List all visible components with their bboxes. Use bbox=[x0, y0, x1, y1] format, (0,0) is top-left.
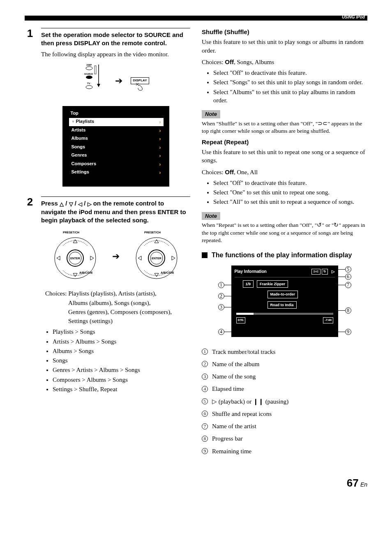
list-item: Artists > Albums > Songs bbox=[53, 337, 190, 346]
repeat-all-icon: ↻ bbox=[334, 222, 339, 228]
left-triangle-icon: ◁ bbox=[78, 201, 82, 208]
choices-line: Genres (genres), Composers (composers), bbox=[68, 308, 190, 316]
two-column-layout: 1 Set the operation mode selector to SOU… bbox=[25, 28, 367, 459]
artist-name: Frankie Zipper bbox=[257, 280, 288, 288]
choices-line: Albums (albums), Songs (songs), bbox=[68, 299, 190, 307]
list-item: Albums > Songs bbox=[53, 347, 190, 355]
step-1: 1 Set the operation mode selector to SOU… bbox=[25, 28, 190, 191]
menu-item: Genres› bbox=[69, 152, 164, 160]
step-2-title: Press △ / ▽ / ◁ / ▷ on the remote contro… bbox=[41, 199, 190, 224]
callout-4: 4 bbox=[218, 329, 224, 335]
legend-item: 4Elapsed time bbox=[202, 385, 367, 393]
svg-text:TV: TV bbox=[87, 82, 90, 85]
repeat-status-icon: ↻ bbox=[322, 269, 328, 275]
step-2-number: 2 bbox=[25, 196, 35, 396]
svg-rect-8 bbox=[95, 66, 96, 74]
legend-item: 9Remaining time bbox=[202, 447, 367, 455]
list-item: Select "All" to set this unit to repeat … bbox=[213, 198, 367, 206]
right-column: Shuffle (Shuffle) Use this feature to se… bbox=[202, 28, 367, 459]
play-info-title: Play Information bbox=[235, 269, 267, 275]
svg-text:ENTER: ENTER bbox=[70, 257, 80, 260]
callout-9: 9 bbox=[345, 329, 351, 335]
list-item: Select "Off" to deactivate this feature. bbox=[213, 69, 367, 77]
album-name: Made-to-order bbox=[267, 291, 298, 298]
play-info-screen: Play Information ⊃⊂ ↻ ▷ 1/9 Frankie Zipp… bbox=[231, 265, 338, 337]
square-bullet-icon bbox=[202, 252, 208, 258]
page-number: 67 bbox=[347, 477, 359, 489]
up-triangle-icon: △ bbox=[60, 201, 64, 208]
choices-line: Settings (settings) bbox=[68, 317, 190, 325]
down-triangle-icon: ▽ bbox=[69, 201, 73, 208]
list-item: Playlists > Songs bbox=[53, 328, 190, 336]
list-item: Select "Songs" to set this unit to play … bbox=[213, 78, 367, 86]
shuffle-choices: Choices: Off, Songs, Albums bbox=[202, 58, 367, 66]
legend-item: 2Name of the album bbox=[202, 360, 367, 368]
svg-text:AMP: AMP bbox=[86, 64, 92, 66]
right-triangle-icon: ▷ bbox=[88, 201, 92, 208]
callout-8: 8 bbox=[345, 307, 351, 314]
menu-item: Songs› bbox=[69, 143, 164, 152]
legend-item: 5▷ (playback) or ❙❙ (pausing) bbox=[202, 397, 367, 406]
menu-title: Top bbox=[71, 110, 164, 116]
callout-6: 6 bbox=[345, 274, 351, 280]
repeat-intro: Use this feature to set this unit to rep… bbox=[202, 148, 367, 165]
play-info-diagram: Play Information ⊃⊂ ↻ ▷ 1/9 Frankie Zipp… bbox=[215, 264, 355, 342]
note-label: Note bbox=[202, 110, 220, 118]
svg-marker-7 bbox=[97, 84, 100, 87]
repeat-bullets: Select "Off" to deactivate this feature.… bbox=[213, 179, 367, 206]
page-footer: 67 En bbox=[25, 476, 367, 490]
ipod-menu-display: Top ▼Playlists›Artists›Albums›Songs›Genr… bbox=[62, 106, 169, 187]
svg-point-5 bbox=[86, 85, 92, 89]
shuffle-status-icon: ⊃⊂ bbox=[311, 269, 321, 275]
note-label: Note bbox=[202, 212, 220, 220]
callout-5: 5 bbox=[345, 266, 351, 272]
remote-dpad-right-icon: PRESET/CH ENTER A/B/C/D/E bbox=[126, 229, 187, 283]
repeat-one-icon: ↺ bbox=[317, 222, 322, 228]
play-info-legend: 1Track number/total tracks2Name of the a… bbox=[202, 348, 367, 455]
list-item: Songs bbox=[53, 356, 190, 365]
selector-diagram: AMP SOURCE TV ➔ DISPLAY bbox=[41, 62, 190, 99]
svg-text:SOURCE: SOURCE bbox=[84, 73, 93, 75]
svg-text:PRESET/CH: PRESET/CH bbox=[63, 231, 79, 234]
remote-diagram-row: PRESET/CH ENTER A/B/C/D/E ➔ bbox=[41, 229, 190, 283]
step-1-number: 1 bbox=[25, 28, 35, 191]
list-item: Select "One" to set this unit to repeat … bbox=[213, 188, 367, 196]
arrow-icon: ➔ bbox=[112, 250, 120, 263]
list-item: Genres > Artists > Albums > Songs bbox=[53, 366, 190, 374]
list-item: Select "Off" to deactivate this feature. bbox=[213, 179, 367, 187]
step-2-choices: Choices: Playlists (playlists), Artists … bbox=[45, 289, 190, 325]
svg-point-3 bbox=[86, 76, 92, 79]
menu-item: ▼Playlists› bbox=[69, 118, 164, 127]
legend-item: 3Name of the song bbox=[202, 372, 367, 381]
play-status-icon: ▷ bbox=[332, 269, 335, 275]
step-2: 2 Press △ / ▽ / ◁ / ▷ on the remote cont… bbox=[25, 196, 190, 396]
list-item: Settings > Shuffle, Repeat bbox=[53, 385, 190, 393]
header-black-bar bbox=[25, 16, 367, 21]
callout-7: 7 bbox=[345, 282, 351, 288]
shuffle-heading: Shuffle (Shuffle) bbox=[202, 28, 367, 36]
remaining-time: -7:44 bbox=[323, 317, 333, 323]
shuffle-bullets: Select "Off" to deactivate this feature.… bbox=[213, 69, 367, 104]
choices-line: Choices: Playlists (playlists), Artists … bbox=[45, 289, 190, 298]
callout-1: 1 bbox=[218, 282, 224, 288]
legend-item: 1Track number/total tracks bbox=[202, 348, 367, 356]
progress-bar bbox=[236, 313, 333, 315]
shuffle-note: When "Shuffle" is set to a setting other… bbox=[202, 120, 367, 135]
legend-item: 6Shuffle and repeat icons bbox=[202, 410, 367, 418]
track-counter: 1/9 bbox=[243, 280, 254, 288]
song-name: Road to India bbox=[267, 301, 297, 309]
menu-item: Artists› bbox=[69, 126, 164, 135]
play-info-status-icons: ⊃⊂ ↻ ▷ bbox=[311, 269, 335, 275]
functions-heading: The functions of the play information di… bbox=[202, 251, 367, 260]
elapsed-time: 0:51 bbox=[236, 317, 245, 323]
page-suffix: En bbox=[360, 481, 367, 488]
step-1-title: Set the operation mode selector to SOURC… bbox=[41, 31, 190, 48]
callout-2: 2 bbox=[218, 293, 224, 299]
section-tag: USING iPod bbox=[342, 14, 365, 20]
step-1-body: The following display appears in the vid… bbox=[41, 50, 190, 58]
menu-item: Albums› bbox=[69, 135, 164, 143]
header-band: USING iPod bbox=[25, 12, 367, 21]
press-hand-icon bbox=[134, 82, 145, 91]
list-item: Composers > Albums > Songs bbox=[53, 376, 190, 384]
mode-selector-icon: AMP SOURCE TV bbox=[82, 62, 107, 99]
